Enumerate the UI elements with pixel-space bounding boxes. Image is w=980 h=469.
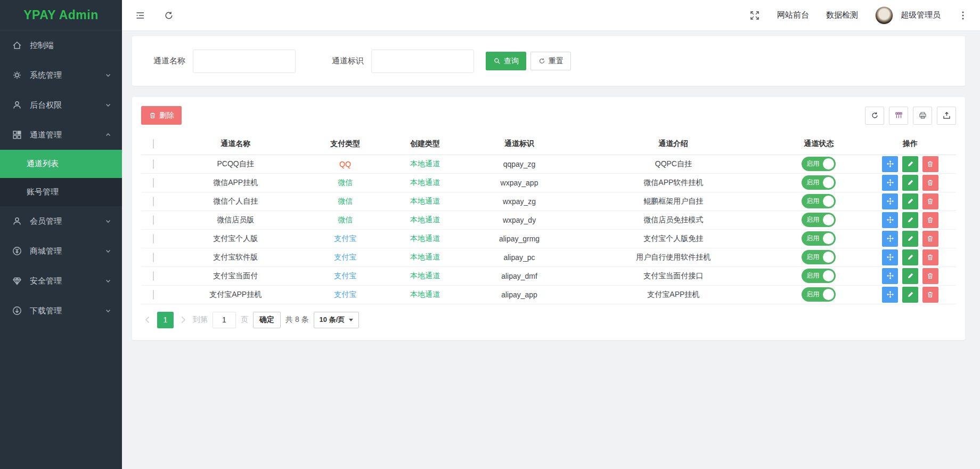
current-page[interactable]: 1 bbox=[157, 312, 174, 328]
edit-button[interactable] bbox=[902, 231, 918, 247]
printer-icon bbox=[918, 111, 927, 120]
sidebar-item-permissions[interactable]: 后台权限 bbox=[0, 90, 122, 120]
page-size-select[interactable]: 10 条/页 bbox=[314, 312, 360, 328]
sidebar-item-members[interactable]: 会员管理 bbox=[0, 206, 122, 236]
cell-create-type[interactable]: 本地通道 bbox=[410, 197, 440, 205]
edit-button[interactable] bbox=[902, 268, 918, 284]
status-toggle[interactable]: 启用 bbox=[802, 194, 836, 208]
cell-create-type[interactable]: 本地通道 bbox=[410, 215, 440, 224]
delete-row-button[interactable] bbox=[922, 268, 938, 284]
status-toggle[interactable]: 启用 bbox=[802, 175, 836, 190]
sidebar-item-dashboard[interactable]: 控制端 bbox=[0, 30, 122, 60]
cell-pay-type: 支付宝 bbox=[334, 290, 356, 298]
row-checkbox[interactable] bbox=[153, 234, 154, 244]
move-button[interactable] bbox=[882, 231, 898, 247]
channel-name-label: 通道名称 bbox=[150, 56, 185, 66]
delete-row-button[interactable] bbox=[922, 249, 938, 265]
cell-name: 微信个人自挂 bbox=[166, 192, 305, 211]
sidebar-item-channels[interactable]: 通道管理 bbox=[0, 120, 122, 150]
reset-button[interactable]: 重置 bbox=[530, 52, 571, 70]
edit-button[interactable] bbox=[902, 287, 918, 303]
row-checkbox[interactable] bbox=[153, 197, 154, 206]
edit-button[interactable] bbox=[902, 175, 918, 191]
move-button[interactable] bbox=[882, 249, 898, 265]
table-columns-button[interactable] bbox=[889, 107, 908, 125]
cell-create-type[interactable]: 本地通道 bbox=[410, 253, 440, 261]
move-button[interactable] bbox=[882, 287, 898, 303]
row-checkbox[interactable] bbox=[153, 290, 154, 300]
edit-button[interactable] bbox=[902, 193, 918, 209]
cell-create-type[interactable]: 本地通道 bbox=[410, 178, 440, 187]
chevron-up-icon bbox=[105, 132, 111, 138]
sidebar-subitem-account-manage[interactable]: 账号管理 bbox=[0, 178, 122, 206]
move-button[interactable] bbox=[882, 193, 898, 209]
fullscreen-icon[interactable] bbox=[749, 10, 760, 21]
cell-create-type[interactable]: 本地通道 bbox=[410, 271, 440, 280]
prev-page-icon[interactable] bbox=[143, 315, 152, 325]
sidebar-item-system[interactable]: 系统管理 bbox=[0, 60, 122, 90]
cell-name: PCQQ自挂 bbox=[166, 155, 305, 173]
row-checkbox[interactable] bbox=[153, 271, 154, 281]
search-button[interactable]: 查询 bbox=[486, 52, 526, 70]
sidebar-item-mall[interactable]: 商城管理 bbox=[0, 236, 122, 266]
toggle-knob bbox=[823, 158, 834, 169]
table-refresh-button[interactable] bbox=[865, 107, 884, 125]
status-toggle[interactable]: 启用 bbox=[802, 250, 836, 264]
refresh-icon[interactable] bbox=[164, 10, 174, 21]
select-all-checkbox[interactable] bbox=[153, 139, 154, 149]
move-button[interactable] bbox=[882, 268, 898, 284]
more-dots-icon[interactable] bbox=[958, 10, 968, 21]
delete-row-button[interactable] bbox=[922, 193, 938, 209]
delete-button[interactable]: 删除 bbox=[141, 106, 182, 125]
username[interactable]: 超级管理员 bbox=[901, 10, 941, 20]
delete-row-button[interactable] bbox=[922, 231, 938, 247]
toggle-knob bbox=[823, 252, 834, 263]
cell-create-type[interactable]: 本地通道 bbox=[410, 234, 440, 242]
table-print-button[interactable] bbox=[913, 107, 932, 125]
delete-row-button[interactable] bbox=[922, 287, 938, 303]
row-checkbox[interactable] bbox=[153, 178, 154, 188]
table-row: 支付宝APP挂机 支付宝 本地通道 alipay_app 支付宝APP挂机 启用 bbox=[141, 285, 956, 304]
delete-row-button[interactable] bbox=[922, 156, 938, 172]
move-button[interactable] bbox=[882, 212, 898, 228]
channel-table: 通道名称 支付类型 创建类型 通道标识 通道介绍 通道状态 操作 PCQQ自挂 … bbox=[141, 133, 956, 304]
sidebar-item-downloads[interactable]: 下载管理 bbox=[0, 296, 122, 326]
channel-code-input[interactable] bbox=[371, 50, 474, 73]
status-toggle[interactable]: 启用 bbox=[802, 287, 836, 302]
row-checkbox[interactable] bbox=[153, 253, 154, 262]
user-icon bbox=[12, 216, 22, 227]
goto-confirm-button[interactable]: 确定 bbox=[253, 312, 281, 328]
sidebar-item-security[interactable]: 安全管理 bbox=[0, 266, 122, 296]
content: 通道名称 通道标识 查询 重置 删除 bbox=[122, 30, 980, 469]
cell-intro: 微信APP软件挂机 bbox=[574, 173, 773, 192]
cell-intro: 支付宝APP挂机 bbox=[574, 285, 773, 304]
delete-row-button[interactable] bbox=[922, 175, 938, 191]
status-toggle[interactable]: 启用 bbox=[802, 269, 836, 283]
cell-code: alipay_app bbox=[465, 285, 574, 304]
edit-button[interactable] bbox=[902, 249, 918, 265]
goto-page-input[interactable] bbox=[213, 312, 236, 328]
move-button[interactable] bbox=[882, 175, 898, 191]
chevron-down-icon bbox=[105, 248, 111, 254]
status-toggle[interactable]: 启用 bbox=[802, 213, 836, 227]
row-checkbox[interactable] bbox=[153, 215, 154, 225]
edit-button[interactable] bbox=[902, 212, 918, 228]
channel-name-input[interactable] bbox=[193, 50, 296, 73]
cell-create-type[interactable]: 本地通道 bbox=[410, 159, 440, 168]
status-toggle[interactable]: 启用 bbox=[802, 157, 836, 171]
site-front-link[interactable]: 网站前台 bbox=[777, 10, 809, 20]
home-icon bbox=[12, 40, 22, 51]
data-check-link[interactable]: 数据检测 bbox=[826, 10, 858, 20]
collapse-menu-icon[interactable] bbox=[135, 10, 145, 21]
sidebar-subitem-channel-list[interactable]: 通道列表 bbox=[0, 150, 122, 178]
avatar[interactable] bbox=[875, 6, 893, 25]
status-toggle[interactable]: 启用 bbox=[802, 231, 836, 246]
cell-create-type[interactable]: 本地通道 bbox=[410, 290, 440, 298]
row-checkbox[interactable] bbox=[153, 159, 154, 169]
main-area: 网站前台 数据检测 超级管理员 通道名称 通道标识 查询 重置 bbox=[122, 0, 980, 469]
delete-row-button[interactable] bbox=[922, 212, 938, 228]
edit-button[interactable] bbox=[902, 156, 918, 172]
table-export-button[interactable] bbox=[937, 107, 956, 125]
next-page-icon[interactable] bbox=[178, 315, 188, 325]
move-button[interactable] bbox=[882, 156, 898, 172]
